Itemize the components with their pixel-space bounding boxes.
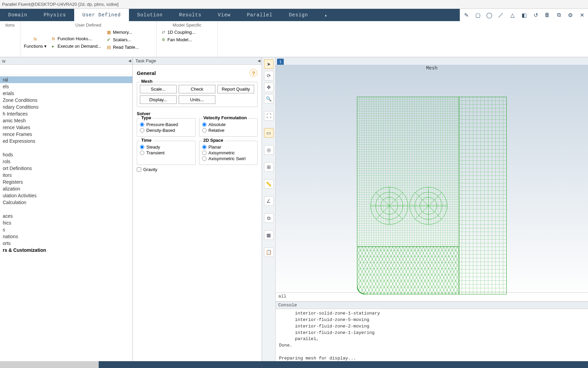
read-table-button[interactable]: ▤Read Table...	[105, 44, 140, 50]
copy-tool-icon[interactable]: ⧉	[264, 213, 274, 223]
function-hooks-button[interactable]: fxFunction Hooks...	[50, 35, 102, 42]
svg-rect-1	[357, 97, 459, 158]
check-button[interactable]: Check	[179, 85, 215, 93]
tab-results[interactable]: Results	[171, 9, 210, 21]
probe-tool-icon[interactable]: ◎	[264, 145, 274, 155]
relative-radio[interactable]: Relative	[202, 128, 255, 133]
zoom-tool-icon[interactable]: 🔍	[264, 94, 274, 104]
ribbon: tions User Defined fx Functions ▾ fxFunc…	[0, 21, 588, 57]
outline-item[interactable]: ndary Conditions	[0, 104, 132, 110]
view1-tool-icon[interactable]: ▭	[264, 128, 274, 138]
ruler-tool-icon[interactable]: 📏	[264, 179, 274, 189]
outline-item[interactable]: nations	[0, 233, 132, 240]
close-icon[interactable]: ✕	[578, 12, 585, 18]
space-label: 2D Space	[202, 138, 225, 143]
transient-radio[interactable]: Transient	[140, 150, 193, 155]
eraser-icon[interactable]: ◧	[521, 12, 527, 18]
axisymmetric-radio[interactable]: Axisymmetric	[202, 150, 255, 155]
tab-design[interactable]: Design	[281, 9, 316, 21]
console-panel: Console interior-solid-zone-1-stationary…	[276, 301, 588, 361]
tab-view[interactable]: View	[210, 9, 239, 21]
axisymmetric-swirl-radio[interactable]: Axisymmetric Swirl	[202, 156, 255, 161]
outline-item[interactable]: h Interfaces	[0, 110, 132, 117]
units-button[interactable]: Units...	[179, 95, 215, 104]
settings-icon[interactable]: ⚙	[567, 12, 574, 18]
tab-domain[interactable]: Domain	[0, 9, 35, 21]
memory-button[interactable]: ▦Memory...	[105, 29, 140, 35]
functions-label[interactable]: Functions ▾	[24, 44, 47, 49]
outline-item[interactable]: rs & Customization	[0, 247, 132, 254]
tab-physics[interactable]: Physics	[35, 9, 74, 21]
outline-item[interactable]: Calculation	[0, 199, 132, 206]
outline-item	[0, 144, 132, 151]
axis-tool-icon[interactable]: ⊞	[264, 162, 274, 172]
outline-item[interactable]: hics	[0, 219, 132, 226]
fan-icon: ✲	[161, 37, 166, 42]
outline-item[interactable]: erials	[0, 90, 132, 97]
outline-item[interactable]: els	[0, 83, 132, 90]
undo-icon[interactable]: ↺	[532, 12, 539, 18]
circle-icon[interactable]: ◯	[486, 12, 493, 18]
execute-on-demand-button[interactable]: ▸Execute on Demand...	[50, 43, 102, 49]
line-icon[interactable]: ／	[497, 12, 504, 18]
gravity-checkbox[interactable]: Gravity	[137, 167, 258, 172]
outline-item[interactable]: rols	[0, 158, 132, 165]
outline-tree: w ◀ ralelserialsZone Conditionsndary Con…	[0, 57, 133, 361]
tab-collapse[interactable]: ▴	[316, 9, 336, 21]
clipboard-tool-icon[interactable]: 📋	[264, 247, 274, 257]
pan-tool-icon[interactable]: ✥	[264, 82, 274, 92]
outline-item[interactable]: ort Definitions	[0, 165, 132, 172]
outline-item[interactable]: ed Expressions	[0, 138, 132, 144]
steady-radio[interactable]: Steady	[140, 144, 193, 150]
graphics-title: Mesh	[426, 65, 438, 71]
fx-icon: fx	[32, 36, 38, 42]
time-label: Time	[140, 138, 153, 143]
console-output[interactable]: interior-solid-zone-1-stationary interio…	[276, 309, 588, 361]
ribbon-group-modelspecific-label: Model Specific	[160, 22, 214, 28]
pencil-icon[interactable]: ✎	[463, 12, 470, 18]
1d-coupling-button[interactable]: ⇄1D Coupling...	[160, 29, 196, 35]
density-based-radio[interactable]: Density-Based	[140, 128, 193, 133]
report-quality-button[interactable]: Report Quality	[217, 85, 254, 93]
outline-item[interactable]: hods	[0, 151, 132, 158]
outline-item[interactable]: Registers	[0, 179, 132, 185]
outline-item[interactable]: Zone Conditions	[0, 97, 132, 104]
fan-model-button[interactable]: ✲Fan Model...	[160, 36, 196, 43]
outline-item[interactable]: orts	[0, 240, 132, 247]
help-icon[interactable]: ?	[249, 69, 258, 77]
square-icon[interactable]: ▢	[474, 12, 481, 18]
tab-user-defined[interactable]: User Defined	[74, 9, 129, 21]
scale-button[interactable]: Scale...	[140, 85, 177, 93]
rotate-tool-icon[interactable]: ⟳	[264, 71, 274, 80]
functions-dropdown[interactable]: fx	[32, 36, 38, 42]
outline-collapse-icon[interactable]: ◀	[128, 59, 131, 63]
annotate-tool-icon[interactable]: ∠	[264, 196, 274, 206]
delete-icon[interactable]: 🗑	[544, 12, 551, 18]
task-title: General	[137, 70, 156, 76]
outline-item[interactable]: alization	[0, 185, 132, 192]
outline-item[interactable]: aces	[0, 213, 132, 219]
graphics-canvas[interactable]: Mesh	[276, 65, 588, 292]
tab-solution[interactable]: Solution	[129, 9, 171, 21]
outline-item[interactable]: rence Frames	[0, 131, 132, 138]
pressure-based-radio[interactable]: Pressure-Based	[140, 122, 193, 127]
outline-item[interactable]: ral	[0, 76, 132, 83]
tab-parallel[interactable]: Parallel	[239, 9, 281, 21]
screenshot-icon[interactable]: ⧉	[555, 12, 562, 18]
outline-item[interactable]: amic Mesh	[0, 117, 132, 124]
task-collapse-icon[interactable]: ◀	[258, 59, 260, 63]
scalars-button[interactable]: ✔Scalars...	[105, 36, 140, 43]
graphics-tab-1[interactable]: 1	[277, 59, 284, 65]
outline-item[interactable]: rence Values	[0, 124, 132, 131]
display-button[interactable]: Display...	[140, 95, 177, 104]
outline-item[interactable]: itors	[0, 172, 132, 179]
planar-radio[interactable]: Planar	[202, 144, 255, 150]
triangle-icon[interactable]: △	[509, 12, 516, 18]
outline-search[interactable]	[0, 65, 132, 74]
fit-tool-icon[interactable]: ⛶	[264, 111, 274, 121]
outline-item[interactable]: ulation Activities	[0, 192, 132, 199]
absolute-radio[interactable]: Absolute	[202, 122, 255, 127]
layers-tool-icon[interactable]: ▦	[264, 230, 274, 240]
pointer-tool-icon[interactable]: ➤	[264, 59, 274, 69]
outline-item[interactable]: s	[0, 226, 132, 233]
